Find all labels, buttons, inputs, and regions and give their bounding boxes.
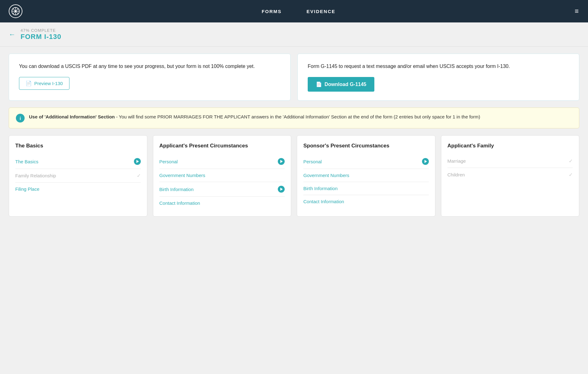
nav-evidence[interactable]: EVIDENCE xyxy=(306,9,335,14)
check-icon: ✓ xyxy=(137,173,141,179)
download-card-text: Form G-1145 to request a text message an… xyxy=(308,63,569,70)
section-item-label: Children xyxy=(448,172,465,177)
section-title-0: The Basics xyxy=(15,142,141,149)
navbar-links: FORMS EVIDENCE xyxy=(262,9,335,14)
info-rest-text: - You will find some PRIOR MARRIAGES FOR… xyxy=(115,114,480,119)
download-card: Form G-1145 to request a text message an… xyxy=(297,54,579,101)
section-item: Filing Place xyxy=(15,183,141,195)
pdf-icon: 📄 xyxy=(26,80,32,86)
section-item-label[interactable]: Birth Information xyxy=(159,187,194,192)
preview-button[interactable]: 📄 Preview I-130 xyxy=(19,77,69,90)
pdf-icon-2: 📄 xyxy=(316,81,322,87)
info-banner: i Use of 'Additional Information' Sectio… xyxy=(9,108,579,128)
section-title-2: Sponsor's Present Circumstances xyxy=(303,142,429,149)
preview-card: You can download a USCIS PDF at any time… xyxy=(9,54,291,101)
section-item-label[interactable]: Government Numbers xyxy=(303,173,349,178)
info-banner-text: Use of 'Additional Information' Section … xyxy=(29,113,480,121)
breadcrumb: 47% COMPLETE FORM I-130 xyxy=(21,28,61,41)
section-item: Birth Information xyxy=(159,182,285,197)
check-icon: ✓ xyxy=(569,158,573,164)
sections-row: The BasicsThe BasicsFamily Relationship✓… xyxy=(9,135,579,217)
section-item: Family Relationship✓ xyxy=(15,169,141,183)
section-item-label[interactable]: Government Numbers xyxy=(159,173,206,178)
section-item: Marriage✓ xyxy=(448,154,573,168)
section-item: Contact Information xyxy=(303,195,429,208)
breadcrumb-bar: ← 47% COMPLETE FORM I-130 xyxy=(0,22,588,47)
nav-forms[interactable]: FORMS xyxy=(262,9,282,14)
play-icon[interactable] xyxy=(134,158,141,165)
play-icon[interactable] xyxy=(278,158,285,165)
play-icon[interactable] xyxy=(422,158,429,165)
section-item: Personal xyxy=(303,154,429,169)
svg-point-5 xyxy=(15,10,17,12)
download-button-label: Download G-1145 xyxy=(325,82,366,87)
form-title: FORM I-130 xyxy=(21,33,61,41)
info-icon: i xyxy=(16,114,25,122)
section-card-3: Applicant's FamilyMarriage✓Children✓ xyxy=(441,135,580,217)
section-title-3: Applicant's Family xyxy=(448,142,573,149)
section-card-0: The BasicsThe BasicsFamily Relationship✓… xyxy=(9,135,147,217)
section-item-label[interactable]: Personal xyxy=(159,159,178,164)
logo[interactable] xyxy=(9,4,22,18)
section-item: Children✓ xyxy=(448,168,573,181)
section-item-label[interactable]: Contact Information xyxy=(303,199,344,204)
hamburger-menu[interactable]: ≡ xyxy=(575,7,579,15)
section-item: Government Numbers xyxy=(159,169,285,182)
preview-card-text: You can download a USCIS PDF at any time… xyxy=(19,63,280,70)
section-item-label[interactable]: Birth Information xyxy=(303,186,338,191)
section-item-label: Marriage xyxy=(448,158,466,164)
section-item: Contact Information xyxy=(159,197,285,209)
info-cards-row: You can download a USCIS PDF at any time… xyxy=(9,54,579,101)
section-item-label: Family Relationship xyxy=(15,173,56,178)
main-content: You can download a USCIS PDF at any time… xyxy=(0,47,588,223)
completion-percent: 47% COMPLETE xyxy=(21,28,61,33)
section-item: Government Numbers xyxy=(303,169,429,182)
info-bold-text: Use of 'Additional Information' Section xyxy=(29,114,115,119)
section-item: Birth Information xyxy=(303,182,429,195)
section-item-label[interactable]: Personal xyxy=(303,159,322,164)
preview-button-label: Preview I-130 xyxy=(34,81,63,86)
section-card-2: Sponsor's Present CircumstancesPersonalG… xyxy=(297,135,435,217)
section-title-1: Applicant's Present Circumstances xyxy=(159,142,285,149)
section-item-label[interactable]: Contact Information xyxy=(159,200,200,206)
section-item: The Basics xyxy=(15,154,141,169)
back-button[interactable]: ← xyxy=(9,31,16,39)
download-button[interactable]: 📄 Download G-1145 xyxy=(308,77,374,92)
section-item-label[interactable]: Filing Place xyxy=(15,186,40,192)
section-item: Personal xyxy=(159,154,285,169)
section-card-1: Applicant's Present CircumstancesPersona… xyxy=(153,135,292,217)
navbar: FORMS EVIDENCE ≡ xyxy=(0,0,588,22)
check-icon: ✓ xyxy=(569,172,573,178)
play-icon[interactable] xyxy=(278,186,285,193)
section-item-label[interactable]: The Basics xyxy=(15,159,38,164)
